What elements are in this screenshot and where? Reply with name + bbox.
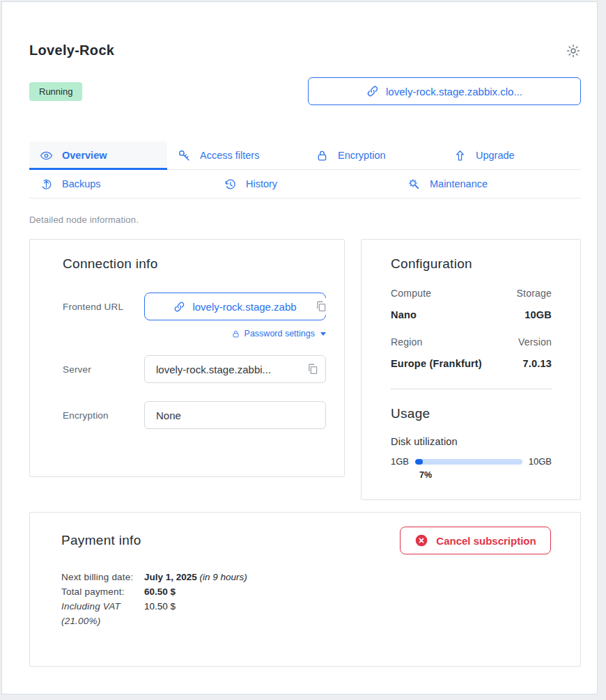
tabs: Overview Access filters Encryption Upgra… — [29, 141, 581, 199]
lock-icon — [316, 149, 329, 162]
backup-icon — [40, 178, 53, 191]
total-payment-label: Total payment: — [61, 584, 144, 599]
disk-min-label: 1GB — [391, 456, 409, 467]
eye-icon — [40, 149, 53, 162]
divider — [391, 389, 552, 389]
server-field[interactable]: lovely-rock.stage.zabbi... — [144, 355, 326, 383]
page-title: Lovely-Rock — [29, 42, 114, 59]
version-value: 7.0.13 — [522, 358, 552, 369]
disk-usage-bar-row: 1GB 10GB — [391, 456, 552, 467]
storage-value: 10GB — [525, 309, 552, 320]
copy-icon[interactable] — [306, 363, 319, 375]
tab-label: Maintenance — [430, 178, 488, 189]
tab-overview[interactable]: Overview — [29, 141, 167, 170]
region-value: Europe (Frankfurt) — [391, 358, 482, 369]
usage-title: Usage — [391, 406, 552, 421]
chevron-down-icon — [320, 332, 326, 336]
frontend-url-value: lovely-rock.stage.zabb — [192, 301, 296, 313]
tab-label: Backups — [62, 178, 101, 189]
frontend-url-header-label: lovely-rock.stage.zabbix.clo... — [386, 86, 522, 98]
node-detail-panel: Lovely-Rock Running lovely-rock.stage.za… — [1, 1, 598, 694]
link-icon — [173, 301, 185, 313]
x-circle-icon — [414, 534, 428, 547]
tab-encryption[interactable]: Encryption — [305, 141, 443, 170]
cancel-subscription-label: Cancel subscription — [436, 535, 536, 547]
connection-info-card: Connection info Frontend URL lovely-rock… — [29, 239, 345, 477]
copy-icon[interactable] — [314, 298, 328, 315]
encryption-value: None — [156, 410, 181, 421]
frontend-url-label: Frontend URL — [63, 302, 144, 312]
page-subtitle: Detailed node information. — [29, 215, 581, 225]
frontend-url-button[interactable]: lovely-rock.stage.zabb — [144, 293, 326, 320]
disk-max-label: 10GB — [529, 456, 552, 467]
server-value: lovely-rock.stage.zabbi... — [156, 364, 271, 375]
total-payment-row: Total payment: 60.50 $ — [61, 584, 551, 599]
frontend-url-header-button[interactable]: lovely-rock.stage.zabbix.clo... — [308, 77, 581, 105]
storage-label: Storage — [517, 288, 552, 299]
configuration-title: Configuration — [391, 256, 552, 272]
tab-upgrade[interactable]: Upgrade — [443, 141, 581, 170]
compute-label: Compute — [391, 288, 431, 299]
tab-maintenance[interactable]: Maintenance — [397, 170, 581, 199]
next-billing-row: Next billing date: July 1, 2025 (in 9 ho… — [61, 570, 551, 584]
tab-backups[interactable]: Backups — [29, 170, 213, 199]
disk-progress-track — [415, 459, 522, 465]
payment-info-card: Payment info Cancel subscription Next bi… — [29, 512, 581, 667]
tab-label: Encryption — [338, 150, 386, 161]
tab-label: History — [246, 178, 277, 189]
maintenance-icon — [407, 178, 421, 191]
disk-percent-label: 7% — [419, 470, 552, 480]
tab-label: Upgrade — [476, 150, 515, 161]
status-row: Running lovely-rock.stage.zabbix.clo... — [29, 77, 581, 105]
frontend-url-row: Frontend URL lovely-rock.stage.zabb — [63, 293, 326, 320]
tab-row-2: Backups History Maintenance — [29, 170, 581, 199]
region-label: Region — [391, 336, 423, 348]
cancel-subscription-button[interactable]: Cancel subscription — [400, 527, 551, 554]
payment-info-title: Payment info — [61, 533, 141, 548]
next-billing-relative: (in 9 hours) — [197, 572, 247, 582]
header: Lovely-Rock — [29, 42, 581, 59]
key-icon — [178, 149, 191, 162]
link-icon — [366, 85, 379, 98]
encryption-field[interactable]: None — [144, 401, 326, 429]
tab-label: Access filters — [200, 150, 259, 161]
tab-history[interactable]: History — [213, 170, 397, 199]
vat-value: 10.50 $ — [144, 599, 176, 628]
server-label: Server — [63, 364, 144, 375]
encryption-row: Encryption None — [63, 401, 326, 429]
next-billing-label: Next billing date: — [61, 570, 144, 584]
encryption-label: Encryption — [63, 410, 144, 421]
disk-utilization-label: Disk utilization — [391, 436, 552, 447]
history-icon — [224, 178, 237, 191]
upgrade-icon — [453, 149, 467, 162]
configuration-card: Configuration Compute Storage Nano 10GB … — [361, 239, 581, 500]
server-row: Server lovely-rock.stage.zabbi... — [63, 355, 326, 383]
vat-row: Including VAT (21.00%) 10.50 $ — [61, 599, 551, 628]
vat-label: Including VAT (21.00%) — [61, 599, 144, 628]
lock-icon — [231, 329, 240, 339]
version-label: Version — [518, 336, 552, 348]
connection-info-title: Connection info — [63, 256, 326, 272]
password-settings-link[interactable]: Password settings — [231, 329, 326, 339]
disk-progress-fill — [415, 459, 423, 465]
password-settings-label: Password settings — [244, 329, 315, 339]
total-payment-value: 60.50 $ — [144, 584, 176, 599]
tab-access-filters[interactable]: Access filters — [167, 141, 305, 170]
compute-value: Nano — [391, 309, 417, 320]
status-badge: Running — [29, 82, 82, 101]
tab-row-1: Overview Access filters Encryption Upgra… — [29, 141, 581, 170]
settings-gear-icon[interactable] — [566, 43, 581, 59]
tab-label: Overview — [62, 150, 107, 161]
next-billing-date: July 1, 2025 — [144, 572, 197, 582]
